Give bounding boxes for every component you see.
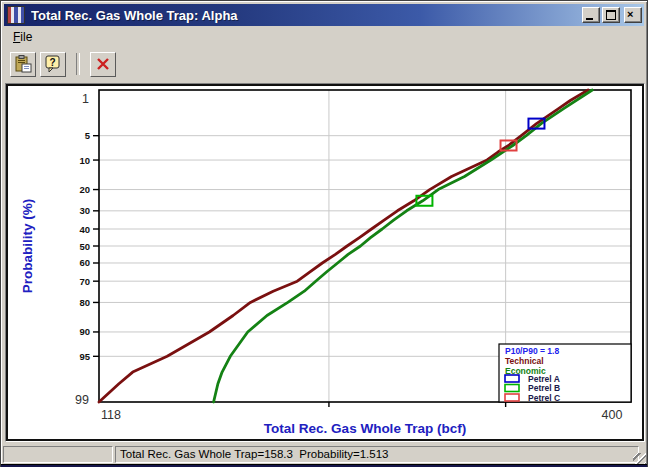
help-button[interactable]: ? — [40, 52, 66, 77]
help-bubble-icon: ? — [44, 55, 62, 73]
delete-button[interactable] — [90, 52, 116, 77]
probability-plot[interactable]: 151020304050607080909599118400Total Rec.… — [8, 86, 642, 439]
app-icon — [7, 6, 25, 24]
y-tick-label: 30 — [79, 205, 90, 216]
x-axis-title: Total Rec. Gas Whole Trap (bcf) — [264, 421, 466, 436]
chart-panel: 151020304050607080909599118400Total Rec.… — [6, 84, 644, 441]
y-axis-title: Probability (%) — [20, 199, 35, 294]
close-icon: × — [627, 9, 633, 20]
toolbar-separator — [76, 53, 80, 75]
maximize-button[interactable] — [602, 7, 620, 23]
y-tick-label: 20 — [79, 184, 90, 195]
clipboard-icon — [14, 55, 32, 73]
status-readout: Total Rec. Gas Whole Trap=158.3 Probabil… — [115, 446, 639, 463]
y-tick-label: 10 — [79, 155, 90, 166]
y-tick-label: 80 — [79, 297, 90, 308]
x-axis-max-label: 400 — [602, 408, 623, 422]
y-tick-label: 70 — [79, 276, 90, 287]
y-tick-label: 5 — [85, 130, 91, 141]
legend-petrel-c-label: Petrel C — [528, 393, 560, 403]
legend-technical-label: Technical — [505, 356, 544, 366]
y-tick-label: 95 — [79, 351, 90, 362]
svg-text:?: ? — [49, 57, 55, 68]
x-axis-min-label: 118 — [101, 408, 121, 422]
window-title: Total Rec. Gas Whole Trap: Alpha — [31, 8, 580, 23]
toolbar: ? — [5, 48, 643, 80]
legend-petrel-b-label: Petrel B — [528, 383, 560, 393]
y-tick-label: 60 — [79, 257, 90, 268]
maximize-icon — [606, 10, 616, 20]
title-bar[interactable]: Total Rec. Gas Whole Trap: Alpha × — [4, 4, 644, 26]
legend-ratio-label: P10/P90 = 1.8 — [505, 346, 559, 356]
y-axis-end-label: 99 — [75, 393, 89, 407]
minimize-button[interactable] — [582, 7, 600, 23]
y-axis-end-label: 1 — [82, 92, 89, 106]
red-x-icon — [95, 56, 111, 72]
y-tick-label: 40 — [79, 224, 90, 235]
menu-bar: File — [5, 27, 643, 47]
y-tick-label: 50 — [79, 241, 90, 252]
paste-button[interactable] — [10, 52, 36, 77]
status-panel-left — [3, 446, 113, 463]
chart-frame: 151020304050607080909599118400Total Rec.… — [5, 83, 645, 442]
minimize-icon — [586, 18, 593, 20]
y-tick-label: 90 — [79, 326, 90, 337]
menu-item-file[interactable]: File — [5, 28, 40, 46]
status-bar: Total Rec. Gas Whole Trap=158.3 Probabil… — [1, 445, 647, 464]
close-button[interactable]: × — [624, 7, 642, 23]
legend-petrel-a-label: Petrel A — [528, 374, 560, 384]
application-window: Total Rec. Gas Whole Trap: Alpha × File … — [0, 0, 648, 467]
